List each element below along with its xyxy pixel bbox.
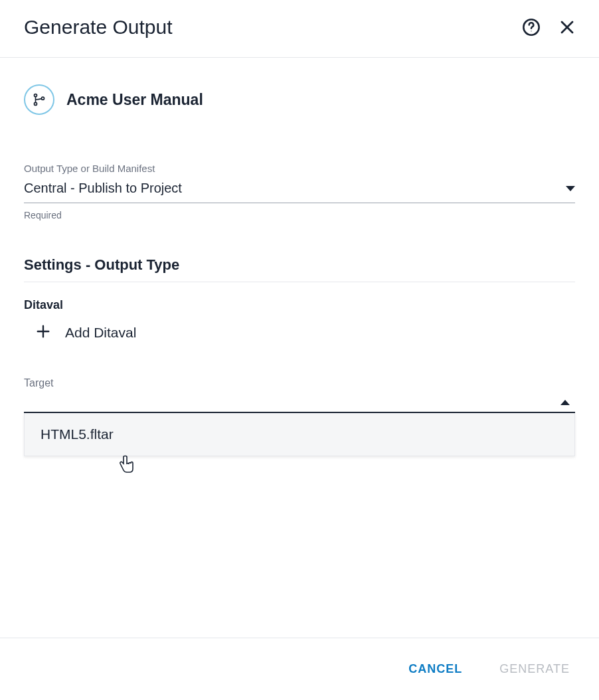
project-name: Acme User Manual	[66, 91, 203, 109]
svg-point-6	[41, 97, 44, 100]
svg-point-1	[531, 31, 531, 31]
close-icon[interactable]	[559, 19, 575, 35]
svg-point-5	[34, 102, 37, 105]
cancel-button[interactable]: CANCEL	[408, 662, 462, 676]
project-icon	[24, 84, 54, 115]
generate-button[interactable]: GENERATE	[499, 662, 570, 676]
project-row: Acme User Manual	[24, 84, 575, 115]
dialog-title: Generate Output	[24, 16, 172, 39]
chevron-down-icon	[566, 186, 575, 191]
dialog-content: Acme User Manual Output Type or Build Ma…	[0, 58, 599, 456]
output-type-field: Output Type or Build Manifest Central - …	[24, 163, 575, 220]
ditaval-label: Ditaval	[24, 298, 575, 312]
settings-heading: Settings - Output Type	[24, 256, 575, 282]
target-label: Target	[24, 377, 575, 389]
output-type-select[interactable]: Central - Publish to Project	[24, 181, 575, 203]
add-ditaval-label: Add Ditaval	[65, 325, 136, 341]
header-actions	[522, 18, 575, 37]
dialog-header: Generate Output	[0, 0, 599, 58]
output-type-label: Output Type or Build Manifest	[24, 163, 575, 174]
target-option[interactable]: HTML5.fltar	[25, 413, 574, 456]
cursor-pointer-icon	[117, 454, 135, 478]
svg-point-4	[34, 94, 37, 97]
dialog-footer: CANCEL GENERATE	[0, 638, 599, 700]
target-dropdown: HTML5.fltar	[24, 413, 575, 456]
add-ditaval-button[interactable]: Add Ditaval	[24, 324, 575, 341]
help-icon[interactable]	[522, 18, 541, 37]
target-select[interactable]	[24, 393, 575, 413]
plus-icon	[36, 324, 50, 341]
output-type-value: Central - Publish to Project	[24, 181, 182, 196]
chevron-up-icon	[560, 400, 570, 405]
output-type-helper: Required	[24, 210, 575, 220]
